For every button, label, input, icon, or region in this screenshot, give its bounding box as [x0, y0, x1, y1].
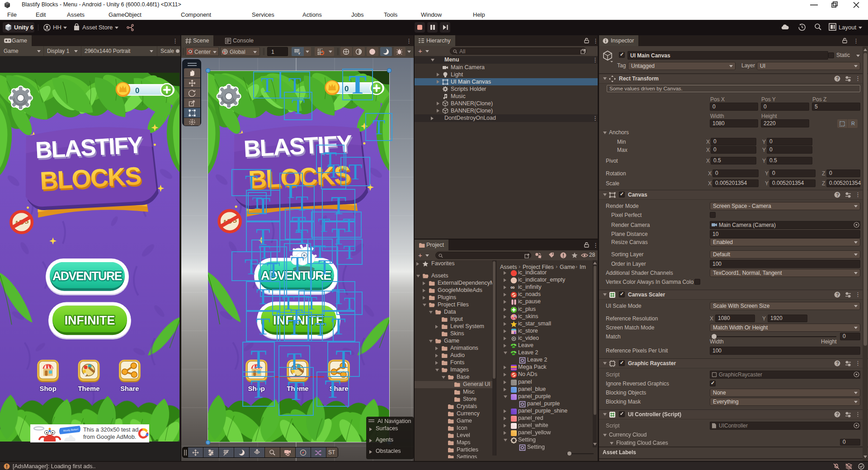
svg-text:∞: ∞	[510, 284, 514, 291]
svg-text:Y: Y	[298, 52, 301, 55]
svg-text:?: ?	[836, 292, 839, 297]
svg-text:?: ?	[836, 193, 839, 197]
svg-text:This a 320x50 test ad: This a 320x50 test ad	[83, 426, 138, 433]
svg-text:from Google AdMob.: from Google AdMob.	[83, 433, 136, 440]
svg-text:?: ?	[836, 76, 839, 81]
svg-text:?: ?	[836, 361, 839, 366]
svg-text:?: ?	[836, 412, 839, 417]
